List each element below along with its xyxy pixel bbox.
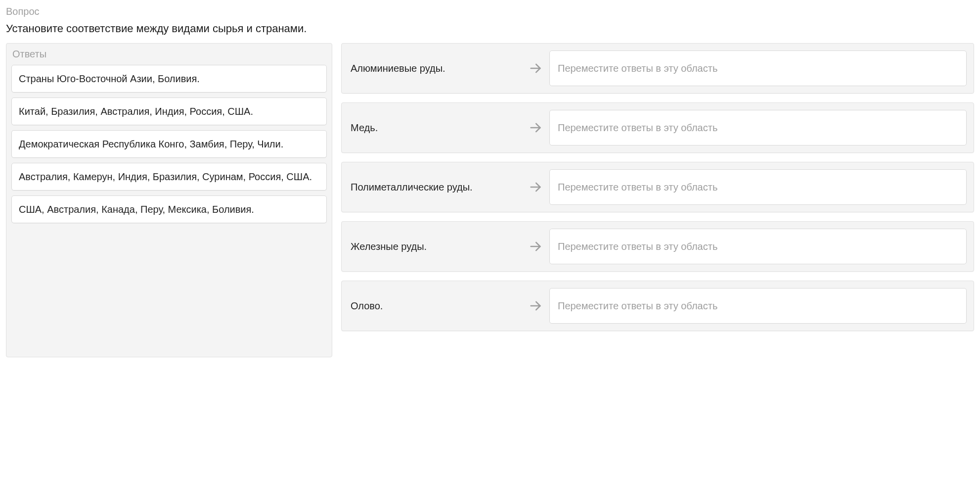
targets-column: Алюминиевые руды. Переместите ответы в э…: [341, 43, 974, 331]
target-row: Медь. Переместите ответы в эту область: [341, 102, 974, 153]
answers-label: Ответы: [11, 48, 327, 60]
question-text: Установите соответствие между видами сыр…: [6, 22, 974, 35]
answer-chip[interactable]: Австралия, Камерун, Индия, Бразилия, Сур…: [11, 163, 327, 191]
answer-chip[interactable]: Демократическая Республика Конго, Замбия…: [11, 130, 327, 158]
target-row: Олово. Переместите ответы в эту область: [341, 281, 974, 331]
arrow-right-icon: [529, 180, 542, 194]
arrow-right-icon: [529, 299, 542, 313]
target-row: Алюминиевые руды. Переместите ответы в э…: [341, 43, 974, 94]
question-label: Вопрос: [6, 6, 974, 17]
target-label: Железные руды.: [349, 241, 522, 252]
drop-zone[interactable]: Переместите ответы в эту область: [549, 169, 967, 205]
answers-panel: Ответы Страны Юго-Восточной Азии, Боливи…: [6, 43, 332, 357]
target-label: Полиметаллические руды.: [349, 182, 522, 193]
arrow-right-icon: [529, 121, 542, 135]
drop-zone[interactable]: Переместите ответы в эту область: [549, 288, 967, 324]
target-label: Медь.: [349, 122, 522, 134]
matching-container: Ответы Страны Юго-Восточной Азии, Боливи…: [6, 43, 974, 357]
drop-zone[interactable]: Переместите ответы в эту область: [549, 50, 967, 86]
drop-zone[interactable]: Переместите ответы в эту область: [549, 110, 967, 145]
arrow-right-icon: [529, 240, 542, 253]
target-label: Алюминиевые руды.: [349, 63, 522, 74]
arrow-right-icon: [529, 61, 542, 75]
answer-chip[interactable]: США, Австралия, Канада, Перу, Мексика, Б…: [11, 195, 327, 223]
answer-chip[interactable]: Китай, Бразилия, Австралия, Индия, Росси…: [11, 97, 327, 125]
answer-chip[interactable]: Страны Юго-Восточной Азии, Боливия.: [11, 65, 327, 93]
target-label: Олово.: [349, 300, 522, 312]
target-row: Железные руды. Переместите ответы в эту …: [341, 221, 974, 272]
drop-zone[interactable]: Переместите ответы в эту область: [549, 229, 967, 264]
target-row: Полиметаллические руды. Переместите отве…: [341, 162, 974, 212]
